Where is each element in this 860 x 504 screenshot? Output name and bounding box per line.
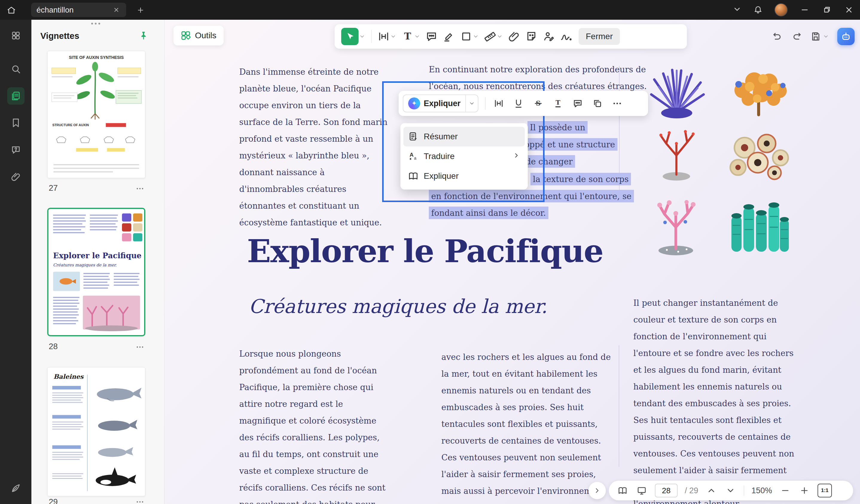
thumbnail-number: 29 bbox=[49, 498, 58, 504]
home-button[interactable] bbox=[5, 4, 18, 17]
submenu-chevron-right-icon bbox=[513, 152, 520, 161]
ai-assistant-button[interactable] bbox=[837, 28, 855, 45]
thumbnail-page-27[interactable]: SITE OF AUXIN SYNTHESIS STRUCTURE OF AUX… bbox=[47, 51, 145, 178]
comment-tool[interactable] bbox=[424, 29, 439, 44]
thumb28-title: Explorer le Pacifique bbox=[53, 251, 142, 260]
attachments-icon[interactable] bbox=[7, 168, 25, 185]
chevron-down-icon[interactable] bbox=[414, 33, 420, 40]
actual-size-button[interactable]: 1:1 bbox=[818, 484, 832, 498]
thumb27-subtitle: STRUCTURE OF AUXIN bbox=[52, 123, 89, 127]
undo-icon[interactable] bbox=[772, 31, 783, 42]
menu-item-translate[interactable]: Aa Traduire bbox=[403, 146, 525, 166]
chevron-down-icon[interactable] bbox=[473, 33, 479, 40]
thumbnails-panel-icon[interactable] bbox=[7, 87, 25, 105]
tab-close-icon[interactable] bbox=[112, 5, 121, 14]
add-comment-icon[interactable] bbox=[571, 97, 584, 110]
comments-icon[interactable] bbox=[7, 141, 25, 158]
menu-item-label: Expliquer bbox=[424, 171, 459, 181]
ai-dropdown-menu: Résumer Aa Traduire Expliquer bbox=[400, 123, 528, 189]
titlebar-right bbox=[733, 0, 854, 20]
thumbnail-number: 27 bbox=[49, 184, 58, 193]
close-button[interactable] bbox=[844, 5, 854, 15]
translate-icon: Aa bbox=[408, 151, 418, 161]
paragraph-col1-top: Dans l'immense étreinte de notre planète… bbox=[239, 63, 390, 231]
menu-item-explain[interactable]: Expliquer bbox=[403, 166, 525, 186]
chevron-down-icon[interactable] bbox=[359, 33, 365, 40]
chevron-down-icon[interactable] bbox=[497, 33, 503, 40]
paragraph-col1-bottom: Lorsque nous plongeons profondément au f… bbox=[239, 345, 390, 504]
select-tool[interactable] bbox=[340, 27, 366, 46]
page-title: Explorer le Pacifique bbox=[247, 233, 603, 270]
thumbnail-more-icon[interactable] bbox=[135, 184, 147, 193]
presentation-mode-icon[interactable] bbox=[636, 485, 648, 496]
redo-icon[interactable] bbox=[791, 31, 802, 42]
shape-tool[interactable] bbox=[459, 29, 480, 44]
document-tab[interactable]: échantillon bbox=[31, 3, 126, 17]
highlighted-text: fondant ainsi dans le décor. bbox=[429, 206, 548, 219]
tools-button[interactable]: Outils bbox=[173, 26, 224, 45]
thumb27-title: SITE OF AUXIN SYNTHESIS bbox=[69, 55, 124, 60]
tools-button-label: Outils bbox=[195, 31, 216, 40]
ai-explain-split-button[interactable]: Expliquer bbox=[403, 95, 478, 112]
two-page-view-icon[interactable] bbox=[617, 485, 629, 496]
more-options-icon[interactable] bbox=[611, 97, 624, 110]
chevron-down-icon[interactable] bbox=[390, 33, 396, 40]
zoom-in-icon[interactable] bbox=[798, 485, 811, 496]
edit-text-tool[interactable] bbox=[376, 29, 397, 44]
sticker-icon bbox=[526, 30, 538, 42]
text-style-icon[interactable]: T bbox=[551, 97, 564, 110]
zoom-level-label[interactable]: 150% bbox=[751, 486, 772, 495]
tools-grid-icon bbox=[181, 30, 191, 41]
copy-icon[interactable] bbox=[591, 97, 604, 110]
ai-explain-label: Expliquer bbox=[424, 99, 460, 108]
measure-tool[interactable] bbox=[483, 29, 504, 44]
image-tube-barnacle-cluster bbox=[726, 129, 790, 181]
bookmarks-icon[interactable] bbox=[7, 114, 25, 131]
zoom-out-icon[interactable] bbox=[779, 485, 791, 496]
thumbnail-number: 28 bbox=[49, 342, 58, 351]
previous-page-icon[interactable] bbox=[705, 485, 717, 496]
pin-panel-icon[interactable] bbox=[139, 30, 150, 42]
request-signature-tool[interactable] bbox=[542, 29, 556, 44]
page-number-input[interactable]: 28 bbox=[655, 484, 678, 498]
pen-nib-icon[interactable] bbox=[7, 479, 25, 497]
column-divider bbox=[619, 345, 619, 467]
apps-grid-icon[interactable] bbox=[7, 27, 25, 44]
person-sign-icon bbox=[543, 30, 555, 42]
chevron-down-icon[interactable] bbox=[823, 33, 829, 40]
signature-tool[interactable] bbox=[559, 29, 573, 44]
user-avatar[interactable] bbox=[774, 3, 788, 16]
thumbnail-more-icon[interactable] bbox=[135, 498, 147, 504]
attach-file-tool[interactable] bbox=[507, 29, 521, 44]
document-canvas: Outils T bbox=[164, 20, 860, 504]
thumbnail-page-29[interactable]: Baleines bbox=[47, 367, 145, 496]
sticker-tool[interactable] bbox=[524, 29, 539, 44]
highlight-area-icon[interactable] bbox=[492, 97, 505, 110]
collapse-toolbar-icon[interactable] bbox=[733, 5, 742, 15]
save-icon[interactable] bbox=[811, 31, 821, 42]
history-controls bbox=[772, 24, 855, 49]
strikethrough-icon[interactable]: S bbox=[532, 97, 545, 110]
chevron-down-icon[interactable] bbox=[465, 95, 478, 112]
restore-button[interactable] bbox=[822, 5, 832, 15]
next-page-icon[interactable] bbox=[725, 485, 736, 496]
signature-icon bbox=[560, 30, 572, 42]
ai-sparkle-icon bbox=[408, 98, 420, 110]
add-text-tool[interactable]: T bbox=[400, 29, 421, 44]
close-tools-button[interactable]: Fermer bbox=[578, 28, 620, 45]
expand-statusbar-button[interactable] bbox=[588, 482, 606, 499]
underline-icon[interactable] bbox=[512, 97, 525, 110]
minimize-button[interactable] bbox=[800, 5, 810, 15]
thumbnail-more-icon[interactable] bbox=[135, 343, 147, 351]
svg-text:a: a bbox=[414, 156, 416, 160]
notifications-bell-icon[interactable] bbox=[754, 5, 762, 15]
menu-item-summarize[interactable]: Résumer bbox=[403, 127, 525, 146]
robot-icon bbox=[841, 31, 851, 42]
cursor-icon bbox=[345, 32, 355, 41]
panel-drag-handle[interactable] bbox=[91, 23, 100, 25]
new-tab-button[interactable] bbox=[135, 5, 146, 16]
highlighter-tool[interactable] bbox=[442, 29, 456, 44]
search-icon[interactable] bbox=[7, 60, 25, 78]
thumbnail-page-28[interactable]: Explorer le Pacifique Créatures magiques… bbox=[47, 208, 145, 336]
paragraph-col2-bottom: avec les rochers et les algues au fond d… bbox=[441, 348, 611, 504]
